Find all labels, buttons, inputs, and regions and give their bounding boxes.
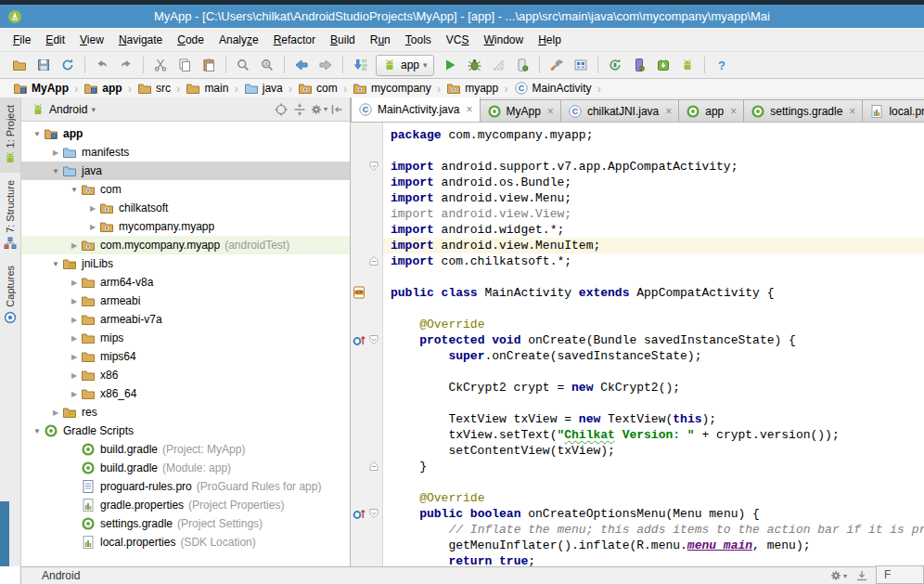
breadcrumb-myapp[interactable]: MyApp <box>11 81 71 96</box>
chevron-collapsed-icon[interactable]: ▶ <box>68 353 81 361</box>
menu-navigate[interactable]: Navigate <box>111 31 170 49</box>
close-icon[interactable]: × <box>547 105 554 118</box>
chevron-collapsed-icon[interactable]: ▶ <box>68 241 81 250</box>
corner-tool-button[interactable]: F <box>876 565 924 584</box>
editor-tab-chilkatjni-java[interactable]: CchilkatJNI.java× <box>560 99 679 122</box>
menu-vcs[interactable]: VCS <box>439 31 477 49</box>
editor-tab-app[interactable]: app× <box>678 99 744 122</box>
tree-item-build-gradle[interactable]: build.gradle(Project: MyApp) <box>21 440 350 459</box>
tree-item-build-gradle[interactable]: build.gradle(Module: app) <box>21 459 350 477</box>
run-coverage-button[interactable] <box>487 54 509 76</box>
editor-tab-settings-gradle[interactable]: settings.gradle× <box>743 99 863 122</box>
tool-button----project[interactable]: 1: Project <box>0 97 20 173</box>
chevron-expanded-icon[interactable]: ▼ <box>31 130 44 138</box>
menu-edit[interactable]: Edit <box>38 31 72 49</box>
gear-button[interactable]: ▾ <box>309 100 327 119</box>
menu-window[interactable]: Window <box>476 31 531 49</box>
run-configuration-select[interactable]: app▾ <box>376 55 434 76</box>
tree-item-com-mycompany-myapp[interactable]: ▶com.mycompany.myapp(androidTest) <box>21 236 350 254</box>
chevron-expanded-icon[interactable]: ▼ <box>49 167 62 175</box>
undo-button[interactable] <box>91 54 113 76</box>
tree-item-armeabi-v7a[interactable]: ▶armeabi-v7a <box>21 310 350 329</box>
breadcrumb-mycompany[interactable]: mycompany <box>351 81 433 96</box>
chevron-collapsed-icon[interactable]: ▶ <box>68 316 81 324</box>
code-editor[interactable]: <> package com.mycompany.myapp; import a… <box>351 123 924 566</box>
fold-open-icon[interactable] <box>366 159 381 174</box>
copy-button[interactable] <box>173 54 196 76</box>
fold-end-icon[interactable] <box>366 253 381 268</box>
tree-item-gradle-properties[interactable]: gradle.properties(Project Properties) <box>21 496 350 514</box>
chevron-collapsed-icon[interactable]: ▶ <box>68 297 81 305</box>
breadcrumb-myapp[interactable]: myapp <box>444 81 500 96</box>
tree-item-local-properties[interactable]: local.properties(SDK Location) <box>21 533 350 552</box>
tree-item-manifests[interactable]: ▶manifests <box>21 143 350 162</box>
menu-analyze[interactable]: Analyze <box>212 31 266 49</box>
menu-view[interactable]: View <box>72 31 111 49</box>
sync-files-button[interactable] <box>57 54 79 76</box>
open-project-button[interactable] <box>8 54 31 76</box>
make-project-button[interactable]: 011001 <box>349 54 371 76</box>
fold-open-icon[interactable] <box>366 332 381 347</box>
attach-debugger-button[interactable] <box>511 54 533 76</box>
tree-item-res[interactable]: ▶res <box>21 403 350 422</box>
tree-item-jnilibs[interactable]: ▼jniLibs <box>21 254 350 273</box>
menu-help[interactable]: Help <box>531 31 569 49</box>
cut-button[interactable] <box>149 54 172 76</box>
gear-button[interactable]: ▾ <box>828 566 847 584</box>
fold-end-icon[interactable] <box>366 459 381 474</box>
save-all-button[interactable] <box>32 54 55 76</box>
replace-button[interactable]: a <box>256 54 278 76</box>
breadcrumb-com[interactable]: com <box>296 81 340 96</box>
collapse-all-button[interactable] <box>290 100 309 119</box>
tree-item-proguard-rules-pro[interactable]: proguard-rules.pro(ProGuard Rules for ap… <box>21 477 350 496</box>
related-file-icon[interactable]: <> <box>352 285 366 300</box>
tree-item-mips64[interactable]: ▶mips64 <box>21 347 350 366</box>
override-icon[interactable] <box>352 506 366 521</box>
breadcrumb-main[interactable]: main <box>184 81 230 96</box>
breadcrumb-src[interactable]: src <box>135 81 173 96</box>
editor-tab-local-properties[interactable]: local.properties× <box>862 99 924 122</box>
menu-build[interactable]: Build <box>323 31 363 49</box>
redo-button[interactable] <box>115 54 137 76</box>
menu-code[interactable]: Code <box>170 31 212 49</box>
debug-button[interactable] <box>463 54 485 76</box>
gradle-sync-button[interactable] <box>604 54 626 76</box>
back-button[interactable] <box>290 54 313 76</box>
close-icon[interactable]: × <box>665 105 672 118</box>
forward-button[interactable] <box>314 54 337 76</box>
tool-button----structure[interactable]: 7: Structure <box>0 173 20 258</box>
breadcrumb-app[interactable]: app <box>82 81 123 96</box>
close-icon[interactable]: × <box>849 105 855 118</box>
tree-item-armeabi[interactable]: ▶armeabi <box>21 292 350 310</box>
project-view-selector[interactable]: Android ▾ <box>25 100 101 119</box>
project-structure-button[interactable] <box>545 54 568 76</box>
android-monitor-button[interactable] <box>676 54 699 76</box>
tree-item-gradle-scripts[interactable]: ▼Gradle Scripts <box>21 422 350 440</box>
tree-item-mips[interactable]: ▶mips <box>21 329 350 347</box>
tree-item-x86[interactable]: ▶x86 <box>21 366 350 384</box>
tool-button-captures[interactable]: Captures <box>0 258 20 332</box>
help-button[interactable]: ? <box>711 54 733 76</box>
locate-button[interactable] <box>272 100 290 119</box>
override-icon[interactable] <box>352 332 366 347</box>
tree-item-java[interactable]: ▼java <box>21 162 350 180</box>
paste-button[interactable] <box>198 54 220 76</box>
chevron-expanded-icon[interactable]: ▼ <box>49 260 62 268</box>
chevron-collapsed-icon[interactable]: ▶ <box>68 390 81 398</box>
chevron-collapsed-icon[interactable]: ▶ <box>68 371 81 380</box>
menu-file[interactable]: File <box>6 31 38 49</box>
tree-item-arm64-v8a[interactable]: ▶arm64-v8a <box>21 273 350 292</box>
hide-down-button[interactable] <box>853 566 871 584</box>
tree-item-app[interactable]: ▼app <box>21 124 350 143</box>
tree-item-com[interactable]: ▼com <box>21 180 350 199</box>
chevron-expanded-icon[interactable]: ▼ <box>68 186 81 194</box>
chevron-collapsed-icon[interactable]: ▶ <box>86 204 99 213</box>
chevron-collapsed-icon[interactable]: ▶ <box>68 279 81 287</box>
avd-manager-button[interactable] <box>570 54 592 76</box>
device-monitor-button[interactable] <box>628 54 650 76</box>
chevron-collapsed-icon[interactable]: ▶ <box>49 409 62 417</box>
hide-panel-button[interactable] <box>327 100 346 119</box>
tree-item-x86-64[interactable]: ▶x86_64 <box>21 384 350 403</box>
fold-open-icon[interactable] <box>366 506 381 521</box>
close-icon[interactable]: × <box>466 103 472 116</box>
